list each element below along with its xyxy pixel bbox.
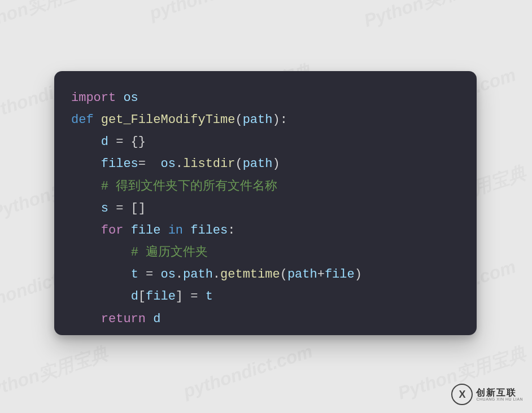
var-d: d	[101, 135, 108, 149]
var-d: d	[131, 289, 138, 304]
watermark-text: pythondict.com	[181, 341, 315, 402]
identifier-os: os	[123, 91, 138, 105]
bracket-open: [	[138, 289, 146, 304]
module-os: os	[160, 267, 175, 282]
logo-text: 创新互联 CHUANG XIN HU LIAN	[476, 388, 523, 401]
keyword-import: import	[71, 91, 116, 105]
var-s: s	[101, 201, 108, 216]
bracket-close: ]	[176, 289, 183, 304]
brand-logo: X 创新互联 CHUANG XIN HU LIAN	[451, 384, 523, 405]
logo-mark-letter: X	[459, 389, 465, 399]
var-t: t	[206, 289, 213, 304]
code-content: import os def get_FileModifyTime(path): …	[71, 87, 460, 330]
assign-list: = []	[108, 201, 146, 216]
method-listdir: listdir	[183, 157, 235, 171]
colon: :	[228, 223, 235, 238]
comment-line: # 遍历文件夹	[131, 245, 208, 260]
watermark-text: Python实用宝典	[361, 0, 495, 33]
key-file: file	[146, 289, 176, 304]
paren-close: )	[272, 157, 280, 171]
dot: .	[176, 267, 183, 282]
function-name: get_FileModifyTime	[101, 113, 236, 127]
attr-path: path	[183, 267, 213, 282]
watermark-text: Python实用宝典	[0, 341, 111, 406]
plus-op: +	[317, 267, 325, 282]
assign-eq: =	[138, 157, 153, 171]
assign-eq: =	[183, 289, 206, 304]
watermark-text: Python实用宝典	[0, 0, 100, 39]
comment-line: # 得到文件夹下的所有文件名称	[101, 179, 277, 194]
module-os: os	[160, 157, 175, 171]
dot: .	[213, 267, 220, 282]
keyword-for: for	[101, 223, 124, 238]
var-d: d	[153, 312, 160, 326]
keyword-in: in	[168, 223, 183, 238]
paren-open: (	[280, 267, 287, 282]
dot: .	[176, 157, 183, 171]
var-files: files	[190, 223, 228, 238]
arg-path: path	[287, 267, 317, 282]
assign-dict: = {}	[108, 135, 146, 149]
var-files: files	[101, 157, 138, 171]
keyword-return: return	[101, 312, 146, 326]
logo-chinese: 创新互联	[476, 388, 523, 397]
code-block: import os def get_FileModifyTime(path): …	[54, 71, 477, 335]
logo-english: CHUANG XIN HU LIAN	[476, 397, 523, 401]
logo-mark-icon: X	[451, 384, 473, 405]
arg-path: path	[243, 157, 273, 171]
var-t: t	[131, 267, 138, 282]
param-path: path	[243, 113, 273, 127]
paren-open: (	[235, 157, 242, 171]
arg-file: file	[325, 267, 355, 282]
paren-close: )	[355, 267, 362, 282]
keyword-def: def	[71, 113, 94, 127]
watermark-text: pythondict.com	[147, 0, 281, 24]
paren-close: ):	[272, 113, 287, 127]
assign-eq: =	[138, 267, 161, 282]
method-getmtime: getmtime	[220, 267, 280, 282]
var-file: file	[131, 223, 161, 238]
paren-open: (	[235, 113, 242, 127]
